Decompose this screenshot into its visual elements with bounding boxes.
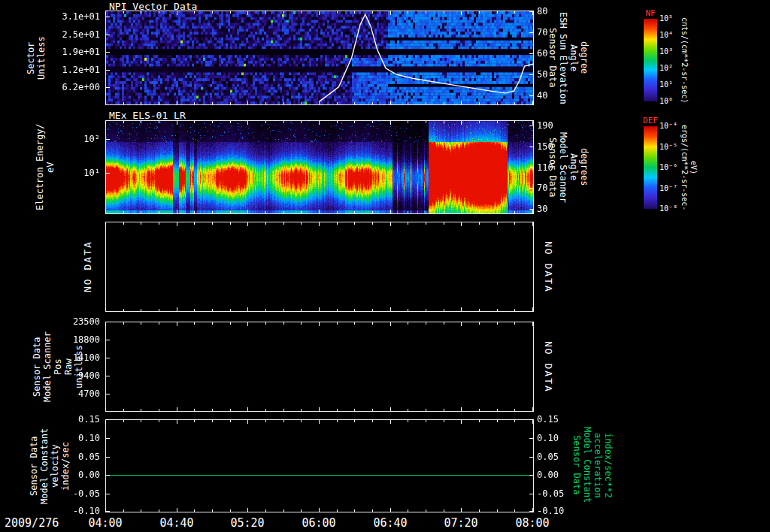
panel-no-data-3 — [105, 222, 534, 312]
y-tick — [529, 74, 533, 75]
x-tick — [514, 322, 515, 325]
x-tick — [461, 101, 462, 104]
x-tick — [372, 409, 373, 411]
x-tick — [372, 509, 373, 512]
x-tick — [247, 508, 248, 512]
x-tick — [141, 11, 141, 14]
x-tick — [105, 322, 106, 326]
y-tick — [106, 394, 110, 394]
x-tick — [514, 11, 515, 14]
x-tick — [497, 322, 498, 325]
x-tick — [479, 420, 480, 422]
x-tick — [354, 509, 355, 512]
x-tick — [426, 409, 426, 411]
x-tick — [230, 102, 231, 104]
x-tick — [514, 309, 515, 311]
x-tick — [230, 121, 231, 123]
x-tick — [301, 309, 302, 311]
x-tick — [105, 420, 106, 424]
x-tick — [426, 11, 426, 14]
x-tick — [426, 121, 426, 123]
y-tick — [106, 52, 110, 53]
x-tick — [123, 121, 124, 123]
x-tick — [532, 407, 533, 411]
y-tick-label: 0.05 — [537, 452, 559, 462]
x-tick — [390, 420, 391, 424]
panel3-no-data-left: NO DATA — [83, 222, 93, 312]
x-tick — [247, 407, 248, 411]
x-tick — [141, 102, 141, 104]
x-tick — [301, 509, 302, 512]
x-tick — [408, 211, 408, 213]
x-tick — [159, 222, 159, 225]
x-tick — [265, 309, 266, 311]
x-tick — [461, 11, 462, 15]
x-tick — [319, 307, 320, 311]
y-tick-label: 1.2e+01 — [0, 65, 100, 75]
x-tick — [301, 222, 302, 225]
x-tick — [444, 420, 444, 422]
x-tick — [247, 121, 248, 125]
y-tick-label: -0.10 — [0, 506, 100, 516]
x-tick — [319, 210, 320, 213]
x-tick — [408, 102, 408, 104]
x-tick — [461, 420, 462, 424]
x-tick — [532, 101, 533, 104]
x-tick — [497, 222, 498, 225]
x-tick-label: 07:20 — [427, 516, 495, 530]
y-tick — [529, 95, 533, 96]
x-tick — [230, 309, 231, 311]
x-tick — [230, 322, 231, 325]
x-tick — [354, 102, 355, 104]
y-tick — [529, 438, 533, 439]
x-tick — [337, 11, 338, 14]
x-tick — [212, 121, 213, 123]
x-tick — [390, 222, 391, 226]
x-tick — [426, 222, 426, 225]
x-tick — [177, 101, 177, 104]
x-tick — [444, 102, 444, 104]
y-tick — [529, 457, 533, 458]
colorbar-tick-label: 10³ — [659, 47, 673, 56]
x-tick — [532, 307, 533, 311]
x-tick — [372, 420, 373, 422]
colorbar1-title: NF — [641, 8, 659, 18]
x-tick — [123, 102, 124, 104]
y-tick-label: 30 — [537, 204, 547, 214]
x-tick — [390, 210, 391, 213]
x-tick — [426, 102, 426, 104]
x-tick — [123, 211, 124, 213]
x-tick — [444, 121, 444, 123]
x-tick — [247, 210, 248, 213]
y-tick-label: -0.05 — [0, 488, 100, 499]
x-tick — [194, 420, 195, 422]
y-tick — [106, 376, 110, 376]
x-tick — [194, 309, 195, 311]
x-tick — [532, 121, 533, 125]
y-tick — [529, 419, 533, 420]
panel1-right-axis-label: Sensor Data ESH Sun Elevation Angle degr… — [547, 11, 590, 105]
x-tick — [372, 309, 373, 311]
x-tick — [212, 420, 213, 422]
panel-velocity — [105, 419, 534, 512]
x-tick — [159, 322, 159, 325]
x-tick — [141, 322, 141, 325]
x-tick — [337, 222, 338, 225]
science-plot-screen: NPI Vector Data MEx ELS-01 LR Sector Uni… — [0, 0, 770, 532]
x-tick — [301, 11, 302, 14]
y-tick-label: -0.05 — [537, 488, 564, 499]
x-tick-label: 05:20 — [214, 516, 281, 530]
x-tick — [461, 322, 462, 326]
x-tick — [479, 102, 480, 104]
x-tick — [301, 420, 302, 422]
x-tick — [194, 211, 195, 213]
x-tick — [177, 307, 177, 311]
x-tick — [194, 121, 195, 123]
panel2-title: MEx ELS-01 LR — [109, 110, 186, 121]
x-tick — [212, 102, 213, 104]
x-tick — [461, 210, 462, 213]
y-tick — [529, 209, 533, 210]
y-tick-label: 0.00 — [537, 470, 559, 480]
y-tick — [106, 35, 110, 35]
x-tick — [426, 211, 426, 213]
